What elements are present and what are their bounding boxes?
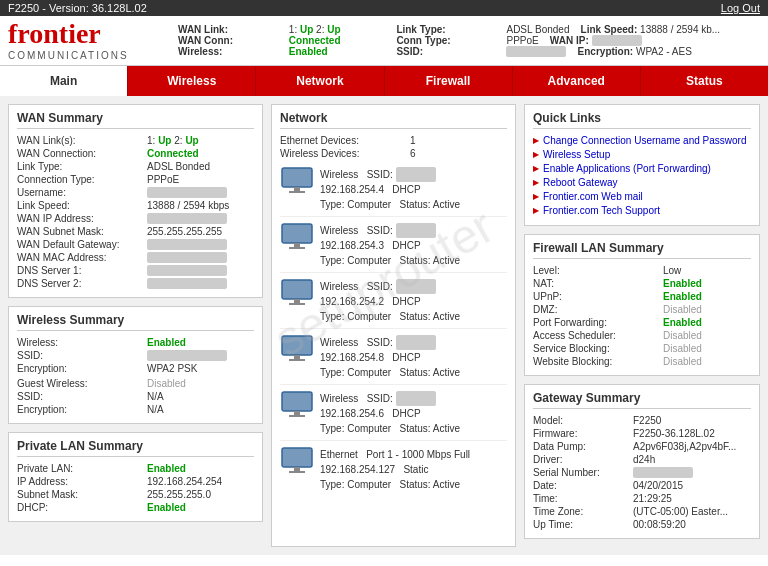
wan-conn-label: WAN Conn: — [178, 35, 273, 46]
svg-rect-14 — [289, 415, 305, 417]
quick-links-title: Quick Links — [533, 111, 751, 129]
wan-summary-title: WAN Summary — [17, 111, 254, 129]
tab-network[interactable]: Network — [256, 66, 384, 96]
link-type-value: ADSL Bonded Link Speed: 13888 / 2594 kb.… — [506, 24, 760, 35]
ssid-label: SSID: — [396, 46, 490, 57]
private-lan-section: Private LAN Summary Private LAN: Enabled… — [8, 432, 263, 522]
tab-wireless[interactable]: Wireless — [128, 66, 256, 96]
svg-rect-2 — [289, 191, 305, 193]
svg-rect-4 — [294, 243, 300, 247]
right-column: Quick Links Change Connection Username a… — [524, 104, 760, 547]
computer-icon — [280, 167, 316, 195]
version-label: F2250 - Version: 36.128L.02 — [8, 2, 147, 14]
gateway-summary-title: Gateway Summary — [533, 391, 751, 409]
svg-rect-5 — [289, 247, 305, 249]
svg-rect-1 — [294, 187, 300, 191]
wan-link-label: WAN Link: — [178, 24, 273, 35]
svg-rect-6 — [282, 280, 312, 299]
tab-advanced[interactable]: Advanced — [513, 66, 641, 96]
nav-tabs: Main Wireless Network Firewall Advanced … — [0, 66, 768, 96]
logo-brand: frontier — [8, 20, 168, 48]
tab-main[interactable]: Main — [0, 66, 128, 96]
firewall-summary-title: Firewall LAN Summary — [533, 241, 751, 259]
wan-links-row: WAN Link(s): 1: Up 2: Up — [17, 135, 254, 146]
computer-icon — [280, 335, 316, 363]
svg-rect-13 — [294, 411, 300, 415]
quick-link-6[interactable]: Frontier.com Tech Support — [533, 205, 751, 216]
link-type-label: Link Type: — [396, 24, 490, 35]
tab-firewall[interactable]: Firewall — [385, 66, 513, 96]
network-device-5: Wireless SSID: 192.168.254.6 DHCP Type: … — [280, 391, 507, 441]
conn-type-value: PPPoE WAN IP: — [506, 35, 760, 46]
quick-link-2[interactable]: Wireless Setup — [533, 149, 751, 160]
computer-icon — [280, 279, 316, 307]
main-content: WAN Summary WAN Link(s): 1: Up 2: Up WAN… — [0, 96, 768, 555]
computer-icon — [280, 391, 316, 419]
svg-rect-12 — [282, 392, 312, 411]
wireless-value: Enabled — [289, 46, 381, 57]
quick-link-3[interactable]: Enable Applications (Port Forwarding) — [533, 163, 751, 174]
quick-links-section: Quick Links Change Connection Username a… — [524, 104, 760, 226]
network-device-3: Wireless SSID: 192.168.254.2 DHCP Type: … — [280, 279, 507, 329]
svg-rect-17 — [289, 471, 305, 473]
quick-link-4[interactable]: Reboot Gateway — [533, 177, 751, 188]
svg-rect-8 — [289, 303, 305, 305]
quick-link-1[interactable]: Change Connection Username and Password — [533, 135, 751, 146]
svg-rect-10 — [294, 355, 300, 359]
svg-rect-0 — [282, 168, 312, 187]
svg-rect-11 — [289, 359, 305, 361]
header: frontier Communications WAN Link: 1: Up … — [0, 16, 768, 66]
middle-column: Network Ethernet Devices: 1 Wireless Dev… — [271, 104, 516, 547]
wireless-summary-section: Wireless Summary Wireless: Enabled SSID:… — [8, 306, 263, 424]
network-device-6: Ethernet Port 1 - 1000 Mbps Full 192.168… — [280, 447, 507, 496]
tab-status[interactable]: Status — [641, 66, 768, 96]
network-section: Network Ethernet Devices: 1 Wireless Dev… — [271, 104, 516, 547]
ssid-value: Encryption: WPA2 - AES — [506, 46, 760, 57]
computer-icon — [280, 447, 316, 475]
header-info: WAN Link: 1: Up 2: Up Link Type: ADSL Bo… — [168, 24, 760, 57]
svg-rect-7 — [294, 299, 300, 303]
network-device-1: Wireless SSID: 192.168.254.4 DHCP Type: … — [280, 167, 507, 217]
top-bar: F2250 - Version: 36.128L.02 Log Out — [0, 0, 768, 16]
network-title: Network — [280, 111, 507, 129]
wan-summary-section: WAN Summary WAN Link(s): 1: Up 2: Up WAN… — [8, 104, 263, 298]
left-column: WAN Summary WAN Link(s): 1: Up 2: Up WAN… — [8, 104, 263, 547]
conn-type-label: Conn Type: — [396, 35, 490, 46]
wireless-label: Wireless: — [178, 46, 273, 57]
network-device-4: Wireless SSID: 192.168.254.8 DHCP Type: … — [280, 335, 507, 385]
quick-link-5[interactable]: Frontier.com Web mail — [533, 191, 751, 202]
firewall-summary-section: Firewall LAN Summary Level:Low NAT:Enabl… — [524, 234, 760, 376]
svg-rect-9 — [282, 336, 312, 355]
gateway-summary-section: Gateway Summary Model:F2250 Firmware:F22… — [524, 384, 760, 539]
svg-rect-3 — [282, 224, 312, 243]
logout-button[interactable]: Log Out — [721, 2, 760, 14]
private-lan-title: Private LAN Summary — [17, 439, 254, 457]
logo-area: frontier Communications — [8, 20, 168, 61]
wan-link-value: 1: Up 2: Up — [289, 24, 381, 35]
network-device-2: Wireless SSID: 192.168.254.3 DHCP Type: … — [280, 223, 507, 273]
svg-rect-15 — [282, 448, 312, 467]
computer-icon — [280, 223, 316, 251]
svg-rect-16 — [294, 467, 300, 471]
wireless-summary-title: Wireless Summary — [17, 313, 254, 331]
logo-sub: Communications — [8, 50, 168, 61]
wan-conn-value: Connected — [289, 35, 381, 46]
